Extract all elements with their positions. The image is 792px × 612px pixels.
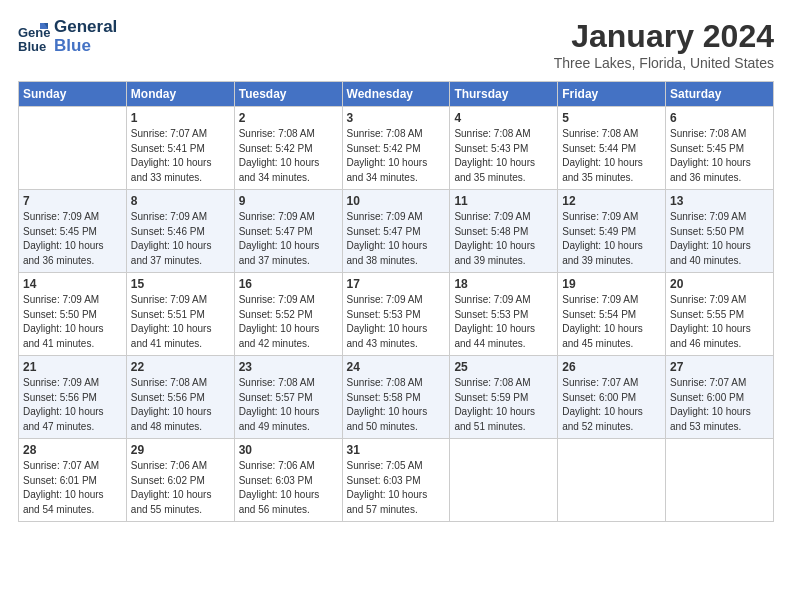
day-cell: 24Sunrise: 7:08 AMSunset: 5:58 PMDayligh… [342, 356, 450, 439]
day-cell: 9Sunrise: 7:09 AMSunset: 5:47 PMDaylight… [234, 190, 342, 273]
day-cell: 18Sunrise: 7:09 AMSunset: 5:53 PMDayligh… [450, 273, 558, 356]
day-info: Sunrise: 7:08 AMSunset: 5:56 PMDaylight:… [131, 376, 230, 434]
day-number: 21 [23, 360, 122, 374]
day-info: Sunrise: 7:09 AMSunset: 5:52 PMDaylight:… [239, 293, 338, 351]
day-number: 3 [347, 111, 446, 125]
day-number: 30 [239, 443, 338, 457]
svg-text:Blue: Blue [18, 39, 46, 53]
day-info: Sunrise: 7:08 AMSunset: 5:43 PMDaylight:… [454, 127, 553, 185]
day-info: Sunrise: 7:07 AMSunset: 6:01 PMDaylight:… [23, 459, 122, 517]
day-number: 2 [239, 111, 338, 125]
day-cell [666, 439, 774, 522]
header-tuesday: Tuesday [234, 82, 342, 107]
day-info: Sunrise: 7:09 AMSunset: 5:56 PMDaylight:… [23, 376, 122, 434]
week-row-2: 7Sunrise: 7:09 AMSunset: 5:45 PMDaylight… [19, 190, 774, 273]
day-cell: 15Sunrise: 7:09 AMSunset: 5:51 PMDayligh… [126, 273, 234, 356]
day-number: 9 [239, 194, 338, 208]
day-cell: 22Sunrise: 7:08 AMSunset: 5:56 PMDayligh… [126, 356, 234, 439]
day-cell [19, 107, 127, 190]
day-cell: 31Sunrise: 7:05 AMSunset: 6:03 PMDayligh… [342, 439, 450, 522]
day-number: 26 [562, 360, 661, 374]
day-number: 20 [670, 277, 769, 291]
day-number: 1 [131, 111, 230, 125]
day-info: Sunrise: 7:06 AMSunset: 6:03 PMDaylight:… [239, 459, 338, 517]
header-wednesday: Wednesday [342, 82, 450, 107]
day-info: Sunrise: 7:07 AMSunset: 6:00 PMDaylight:… [562, 376, 661, 434]
day-cell: 26Sunrise: 7:07 AMSunset: 6:00 PMDayligh… [558, 356, 666, 439]
calendar-page: General Blue General Blue January 2024 T… [0, 0, 792, 532]
day-cell: 5Sunrise: 7:08 AMSunset: 5:44 PMDaylight… [558, 107, 666, 190]
day-info: Sunrise: 7:08 AMSunset: 5:42 PMDaylight:… [347, 127, 446, 185]
day-info: Sunrise: 7:08 AMSunset: 5:44 PMDaylight:… [562, 127, 661, 185]
day-info: Sunrise: 7:09 AMSunset: 5:48 PMDaylight:… [454, 210, 553, 268]
day-cell: 20Sunrise: 7:09 AMSunset: 5:55 PMDayligh… [666, 273, 774, 356]
day-cell: 29Sunrise: 7:06 AMSunset: 6:02 PMDayligh… [126, 439, 234, 522]
header-saturday: Saturday [666, 82, 774, 107]
day-info: Sunrise: 7:09 AMSunset: 5:50 PMDaylight:… [670, 210, 769, 268]
day-number: 7 [23, 194, 122, 208]
day-number: 12 [562, 194, 661, 208]
day-info: Sunrise: 7:08 AMSunset: 5:45 PMDaylight:… [670, 127, 769, 185]
header-row: SundayMondayTuesdayWednesdayThursdayFrid… [19, 82, 774, 107]
day-number: 24 [347, 360, 446, 374]
day-info: Sunrise: 7:09 AMSunset: 5:49 PMDaylight:… [562, 210, 661, 268]
day-cell: 12Sunrise: 7:09 AMSunset: 5:49 PMDayligh… [558, 190, 666, 273]
week-row-5: 28Sunrise: 7:07 AMSunset: 6:01 PMDayligh… [19, 439, 774, 522]
day-cell: 19Sunrise: 7:09 AMSunset: 5:54 PMDayligh… [558, 273, 666, 356]
day-cell: 16Sunrise: 7:09 AMSunset: 5:52 PMDayligh… [234, 273, 342, 356]
day-cell: 10Sunrise: 7:09 AMSunset: 5:47 PMDayligh… [342, 190, 450, 273]
day-number: 31 [347, 443, 446, 457]
logo: General Blue General Blue [18, 18, 117, 55]
day-cell: 8Sunrise: 7:09 AMSunset: 5:46 PMDaylight… [126, 190, 234, 273]
logo-icon: General Blue [18, 21, 50, 53]
day-number: 28 [23, 443, 122, 457]
day-number: 23 [239, 360, 338, 374]
day-number: 13 [670, 194, 769, 208]
day-cell: 17Sunrise: 7:09 AMSunset: 5:53 PMDayligh… [342, 273, 450, 356]
day-cell: 28Sunrise: 7:07 AMSunset: 6:01 PMDayligh… [19, 439, 127, 522]
day-info: Sunrise: 7:06 AMSunset: 6:02 PMDaylight:… [131, 459, 230, 517]
day-cell [558, 439, 666, 522]
header: General Blue General Blue January 2024 T… [18, 18, 774, 71]
day-number: 14 [23, 277, 122, 291]
month-title: January 2024 [554, 18, 774, 55]
day-info: Sunrise: 7:08 AMSunset: 5:58 PMDaylight:… [347, 376, 446, 434]
day-info: Sunrise: 7:07 AMSunset: 6:00 PMDaylight:… [670, 376, 769, 434]
day-number: 19 [562, 277, 661, 291]
day-cell: 1Sunrise: 7:07 AMSunset: 5:41 PMDaylight… [126, 107, 234, 190]
day-info: Sunrise: 7:09 AMSunset: 5:47 PMDaylight:… [239, 210, 338, 268]
day-cell: 23Sunrise: 7:08 AMSunset: 5:57 PMDayligh… [234, 356, 342, 439]
day-info: Sunrise: 7:08 AMSunset: 5:57 PMDaylight:… [239, 376, 338, 434]
day-cell: 11Sunrise: 7:09 AMSunset: 5:48 PMDayligh… [450, 190, 558, 273]
header-monday: Monday [126, 82, 234, 107]
day-number: 22 [131, 360, 230, 374]
header-thursday: Thursday [450, 82, 558, 107]
day-cell: 13Sunrise: 7:09 AMSunset: 5:50 PMDayligh… [666, 190, 774, 273]
day-number: 8 [131, 194, 230, 208]
day-cell: 27Sunrise: 7:07 AMSunset: 6:00 PMDayligh… [666, 356, 774, 439]
day-info: Sunrise: 7:09 AMSunset: 5:46 PMDaylight:… [131, 210, 230, 268]
day-cell: 25Sunrise: 7:08 AMSunset: 5:59 PMDayligh… [450, 356, 558, 439]
day-cell: 6Sunrise: 7:08 AMSunset: 5:45 PMDaylight… [666, 107, 774, 190]
title-block: January 2024 Three Lakes, Florida, Unite… [554, 18, 774, 71]
day-number: 11 [454, 194, 553, 208]
day-info: Sunrise: 7:05 AMSunset: 6:03 PMDaylight:… [347, 459, 446, 517]
header-sunday: Sunday [19, 82, 127, 107]
day-cell: 2Sunrise: 7:08 AMSunset: 5:42 PMDaylight… [234, 107, 342, 190]
day-number: 17 [347, 277, 446, 291]
location-title: Three Lakes, Florida, United States [554, 55, 774, 71]
day-cell: 21Sunrise: 7:09 AMSunset: 5:56 PMDayligh… [19, 356, 127, 439]
day-info: Sunrise: 7:08 AMSunset: 5:59 PMDaylight:… [454, 376, 553, 434]
day-number: 10 [347, 194, 446, 208]
day-number: 15 [131, 277, 230, 291]
day-cell: 14Sunrise: 7:09 AMSunset: 5:50 PMDayligh… [19, 273, 127, 356]
day-number: 29 [131, 443, 230, 457]
week-row-4: 21Sunrise: 7:09 AMSunset: 5:56 PMDayligh… [19, 356, 774, 439]
day-info: Sunrise: 7:09 AMSunset: 5:55 PMDaylight:… [670, 293, 769, 351]
day-info: Sunrise: 7:08 AMSunset: 5:42 PMDaylight:… [239, 127, 338, 185]
day-number: 18 [454, 277, 553, 291]
day-number: 27 [670, 360, 769, 374]
day-cell: 4Sunrise: 7:08 AMSunset: 5:43 PMDaylight… [450, 107, 558, 190]
day-cell: 30Sunrise: 7:06 AMSunset: 6:03 PMDayligh… [234, 439, 342, 522]
day-number: 16 [239, 277, 338, 291]
